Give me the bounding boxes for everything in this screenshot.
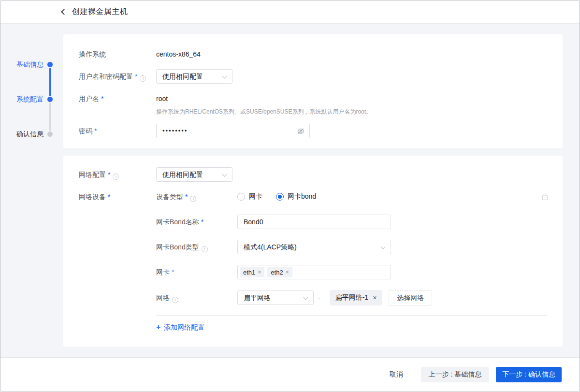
- step-connector-done: [49, 68, 51, 96]
- chevron-down-icon: [381, 245, 386, 249]
- radio-nic-bond[interactable]: 网卡bond: [276, 192, 316, 201]
- range-separator: -: [318, 294, 320, 302]
- network-row: 网络i 扁平网络 - 扁平网络-1 × 选择网络: [156, 290, 547, 305]
- system-config-card: 操作系统 centos-x86_64 用户名和密码配置*i 使用相同配置: [63, 34, 563, 148]
- add-network-config-link[interactable]: + 添加网络配置: [156, 322, 204, 332]
- next-step-button[interactable]: 下一步 : 确认信息: [496, 367, 562, 382]
- bond-type-label: 网卡Bond类型i: [156, 240, 237, 254]
- username-hint: 操作系统为RHEL/CentOS系列、或SUSE/openSUSE系列，系统默认…: [156, 108, 547, 116]
- required-mark: *: [172, 268, 174, 276]
- os-row: 操作系统 centos-x86_64: [79, 47, 547, 61]
- network-device-label: 网络设备*: [79, 189, 156, 305]
- close-icon[interactable]: ×: [286, 269, 289, 275]
- password-row: 密码* ••••••••: [79, 124, 547, 138]
- required-mark: *: [108, 193, 110, 201]
- bond-name-input[interactable]: Bond0: [237, 215, 391, 229]
- step-dot-system-config: [47, 97, 53, 102]
- bond-name-label: 网卡Bond名称*: [156, 215, 237, 229]
- chevron-down-icon: [222, 74, 227, 79]
- create-baremetal-host-window: 创建裸金属主机 基础信息 系统配置 确认信息 操作系统 centos-x86_6…: [0, 0, 580, 392]
- info-icon[interactable]: i: [190, 196, 196, 202]
- required-mark: *: [94, 127, 97, 135]
- page-header: 创建裸金属主机: [0, 0, 580, 24]
- required-mark: *: [185, 193, 188, 201]
- bond-type-row: 网卡Bond类型i 模式4(LACP策略): [156, 240, 547, 254]
- footer-actions: 取消 上一步 : 基础信息 下一步 : 确认信息: [0, 357, 580, 392]
- network-type-select[interactable]: 扁平网络: [237, 290, 314, 305]
- info-icon[interactable]: i: [202, 246, 208, 252]
- step-connector-pending: [49, 102, 51, 131]
- step-dot-confirm-info: [47, 131, 53, 137]
- eye-off-icon[interactable]: [297, 127, 305, 135]
- step-system-config[interactable]: 系统配置: [13, 95, 44, 103]
- password-label: 密码*: [79, 124, 156, 138]
- cancel-button[interactable]: 取消: [390, 370, 403, 379]
- network-config-label: 网络配置*i: [79, 167, 156, 182]
- radio-nic[interactable]: 网卡: [237, 192, 262, 201]
- user-pass-config-row: 用户名和密码配置*i 使用相同配置: [79, 69, 547, 84]
- username-label: 用户名*: [79, 91, 156, 116]
- required-mark: *: [108, 171, 110, 178]
- bond-name-row: 网卡Bond名称* Bond0: [156, 215, 547, 229]
- close-icon[interactable]: ×: [258, 269, 261, 275]
- selected-network-tag: 扁平网络-1 ×: [330, 290, 383, 305]
- nic-multiselect[interactable]: eth1 × eth2 ×: [237, 265, 391, 279]
- info-icon[interactable]: i: [172, 297, 178, 303]
- section-divider: [156, 315, 547, 316]
- step-confirm-info[interactable]: 确认信息: [13, 130, 44, 138]
- chevron-down-icon: [222, 172, 227, 177]
- chevron-down-icon: [304, 295, 308, 300]
- info-icon[interactable]: i: [140, 75, 146, 82]
- user-pass-config-label: 用户名和密码配置*i: [79, 69, 156, 84]
- network-config-row: 网络配置*i 使用相同配置: [79, 167, 547, 182]
- close-icon[interactable]: ×: [373, 294, 377, 301]
- back-icon[interactable]: [61, 9, 67, 15]
- nic-label: 网卡*: [156, 265, 237, 279]
- network-config-select[interactable]: 使用相同配置: [156, 167, 232, 182]
- page-title: 创建裸金属主机: [72, 7, 128, 17]
- step-basic-info[interactable]: 基础信息: [13, 60, 44, 68]
- device-type-row: 设备类型*i 网卡 网卡bond: [156, 189, 547, 204]
- content-area: 基础信息 系统配置 确认信息 操作系统 centos-x86_64: [0, 24, 580, 357]
- network-label: 网络i: [156, 290, 237, 305]
- nic-tag: eth2 ×: [267, 267, 292, 277]
- user-pass-config-select[interactable]: 使用相同配置: [156, 69, 232, 84]
- step-dot-basic-info: [47, 62, 53, 67]
- radio-checked-icon: [276, 193, 284, 201]
- bond-type-select[interactable]: 模式4(LACP策略): [237, 240, 391, 254]
- info-icon[interactable]: i: [113, 174, 119, 180]
- nic-tag: eth1 ×: [240, 267, 264, 277]
- network-device-row: 网络设备* 设备类型*i 网卡: [79, 189, 547, 305]
- choose-network-button[interactable]: 选择网络: [389, 290, 432, 305]
- os-label: 操作系统: [79, 47, 156, 61]
- plus-icon: +: [156, 323, 160, 332]
- network-config-card: 网络配置*i 使用相同配置 网络设备*: [63, 156, 563, 347]
- radio-unchecked-icon: [237, 193, 245, 201]
- device-type-label: 设备类型*i: [156, 189, 237, 204]
- username-value: root: [156, 91, 547, 106]
- required-mark: *: [201, 218, 203, 226]
- form-cards: 操作系统 centos-x86_64 用户名和密码配置*i 使用相同配置: [63, 24, 563, 347]
- device-type-radio-group: 网卡 网卡bond: [237, 189, 316, 204]
- os-value: centos-x86_64: [156, 47, 547, 61]
- network-device-group: 设备类型*i 网卡 网卡bond: [156, 189, 547, 305]
- trash-icon[interactable]: [541, 193, 549, 201]
- password-field[interactable]: ••••••••: [156, 124, 310, 138]
- password-dots: ••••••••: [162, 127, 188, 134]
- prev-step-button[interactable]: 上一步 : 基础信息: [421, 367, 490, 382]
- username-row: 用户名* root 操作系统为RHEL/CentOS系列、或SUSE/openS…: [79, 91, 547, 116]
- nic-row: 网卡* eth1 × eth2 ×: [156, 265, 547, 279]
- required-mark: *: [101, 95, 103, 102]
- required-mark: *: [135, 73, 137, 80]
